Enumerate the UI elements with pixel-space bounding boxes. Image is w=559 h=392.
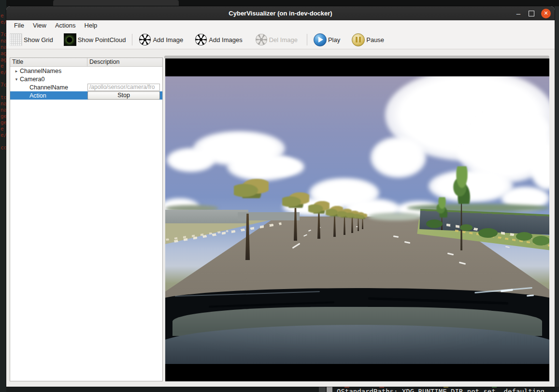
del-image-label: Del Image xyxy=(269,36,298,44)
add-image-label: Add Image xyxy=(153,36,183,44)
tree-label: ChannelNames xyxy=(20,68,61,74)
main-content: Title Description ▸ ChannelNames ▾ Camer… xyxy=(6,49,555,387)
palm-tree-canopy xyxy=(282,192,309,208)
close-button[interactable]: ✕ xyxy=(541,9,551,18)
toolbar-separator xyxy=(307,34,307,45)
tree-label: ChannelName xyxy=(29,84,68,91)
tree-row-camera0[interactable]: ▾ Camera0 xyxy=(10,75,162,83)
expander-expanded-icon[interactable]: ▾ xyxy=(13,77,20,82)
aperture-icon xyxy=(139,33,151,46)
cloud xyxy=(268,158,304,176)
maximize-button[interactable] xyxy=(529,11,534,16)
aperture-icon-disabled xyxy=(255,33,268,46)
pointcloud-icon xyxy=(64,33,76,46)
palm-tree-canopy xyxy=(234,179,269,198)
background-tab-segment xyxy=(53,0,179,6)
tree-label: Action xyxy=(29,92,46,99)
add-images-label: Add Images xyxy=(209,36,242,44)
screen: ee/7cnanaagagee/7ctonanagegeee/co QStand… xyxy=(0,0,559,392)
car-hood xyxy=(165,325,549,364)
play-label: Play xyxy=(328,36,340,44)
aperture-icon xyxy=(195,33,207,46)
show-grid-label: Show Grid xyxy=(24,36,53,44)
terminal-text-fragments: ee/7cnanaagagee/7ctonanagegeee/co xyxy=(0,13,6,151)
menu-help[interactable]: Help xyxy=(80,21,102,30)
tree-header: Title Description xyxy=(10,58,162,67)
palm-tree-canopy xyxy=(358,214,367,219)
lane-dash xyxy=(505,246,510,248)
window-controls: – ✕ xyxy=(515,6,551,20)
tree-row-channelnames[interactable]: ▸ ChannelNames xyxy=(10,67,162,75)
toolbar-separator xyxy=(132,34,132,45)
camera-image-panel xyxy=(165,58,549,381)
add-images-button[interactable]: Add Images xyxy=(193,32,244,47)
tree-label: Camera0 xyxy=(20,76,44,83)
pause-button[interactable]: Pause xyxy=(350,32,386,47)
camera-feed-scene xyxy=(165,76,549,364)
terminal-output-line: QStandardPaths: XDG_RUNTIME_DIR not set,… xyxy=(337,388,545,392)
distant-wall-left xyxy=(165,210,248,223)
terminal-scrollbar-thumb xyxy=(327,387,332,392)
pause-icon xyxy=(352,33,365,46)
menu-actions[interactable]: Actions xyxy=(51,21,80,30)
stop-button[interactable]: Stop xyxy=(87,91,160,100)
play-button[interactable]: Play xyxy=(312,32,342,47)
background-right-strip xyxy=(555,6,559,387)
minimize-button[interactable]: – xyxy=(515,11,522,16)
titlebar[interactable]: CyberVisualizer (on in-dev-docker) – ✕ xyxy=(6,6,555,20)
grid-icon xyxy=(10,33,22,46)
tall-tree-canopy xyxy=(449,166,474,204)
tree-row-channelname[interactable]: ChannelName /apollo/sensor/camera/fro xyxy=(10,83,162,91)
horizon-haze xyxy=(368,213,424,220)
bush xyxy=(532,236,549,246)
small-tree-canopy xyxy=(434,197,450,218)
background-terminal-left-edge: ee/7cnanaagagee/7ctonanagegeee/co xyxy=(0,0,6,392)
cybervisualizer-window: CyberVisualizer (on in-dev-docker) – ✕ F… xyxy=(6,6,555,387)
expander-collapsed-icon[interactable]: ▸ xyxy=(13,69,20,73)
column-header-title[interactable]: Title xyxy=(10,58,87,66)
bush xyxy=(516,232,532,241)
menu-file[interactable]: File xyxy=(10,21,29,30)
cloud xyxy=(167,148,215,172)
bush xyxy=(460,224,473,231)
bush xyxy=(478,228,498,238)
property-tree-panel[interactable]: Title Description ▸ ChannelNames ▾ Camer… xyxy=(10,58,163,381)
add-image-button[interactable]: Add Image xyxy=(137,32,185,47)
channel-name-field[interactable]: /apollo/sensor/camera/fro xyxy=(87,84,160,91)
tree-row-action[interactable]: Action Stop xyxy=(10,91,162,100)
menubar: File View Actions Help xyxy=(6,20,555,30)
del-image-button: Del Image xyxy=(254,32,299,47)
column-header-description[interactable]: Description xyxy=(87,58,162,66)
show-pointcloud-button[interactable]: Show PointCloud xyxy=(62,32,128,47)
background-terminal-bottom-strip: QStandardPaths: XDG_RUNTIME_DIR not set,… xyxy=(6,387,559,392)
menu-view[interactable]: View xyxy=(29,21,51,30)
bush xyxy=(426,219,443,228)
pause-label: Pause xyxy=(366,36,384,44)
play-icon xyxy=(314,33,327,46)
window-title: CyberVisualizer (on in-dev-docker) xyxy=(229,10,332,17)
cloud xyxy=(371,137,426,178)
show-pointcloud-label: Show PointCloud xyxy=(78,36,126,44)
toolbar: Show Grid Show PointCloud xyxy=(6,30,555,49)
show-grid-button[interactable]: Show Grid xyxy=(8,32,55,47)
terminal-scrollbar-track xyxy=(319,387,326,392)
background-window-top-strip xyxy=(6,0,559,6)
